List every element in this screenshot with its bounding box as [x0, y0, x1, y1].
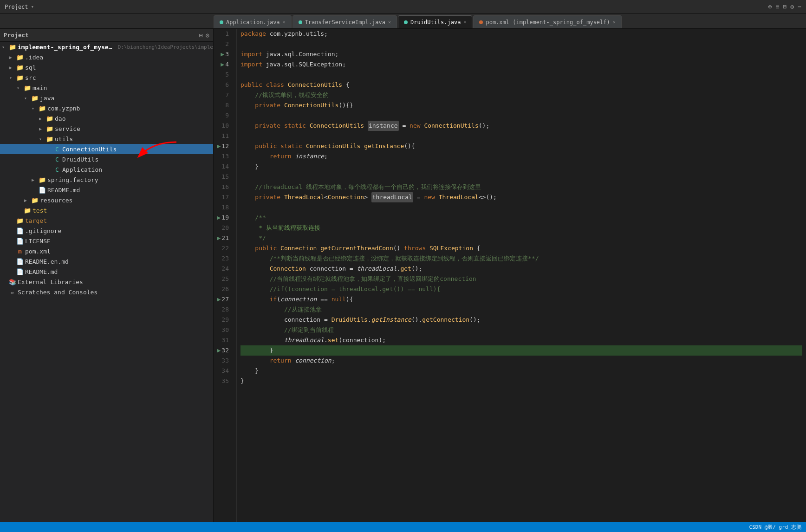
tree-druidutils[interactable]: C DruidUtils — [0, 154, 213, 164]
tree-scratches[interactable]: ✏ Scratches and Consoles — [0, 287, 213, 297]
tree-extlibs[interactable]: 📚 External Libraries — [0, 277, 213, 287]
tree-arrow-resources: ▶ — [24, 198, 31, 203]
tree-dao[interactable]: ▶ 📁 dao — [0, 113, 213, 123]
tree-sql[interactable]: ▶ 📁 sql — [0, 62, 213, 72]
line-num-15: 15 — [214, 172, 233, 182]
add-icon[interactable]: ⊕ — [768, 3, 772, 10]
md-icon-readmeenmd: 📄 — [16, 258, 24, 265]
code-line-11 — [240, 131, 802, 141]
tree-utils[interactable]: ▾ 📁 utils — [0, 134, 213, 144]
tree-connectionutils[interactable]: C ConnectionUtils — [0, 144, 213, 154]
tree-root[interactable]: ▾ 📁 implement-_spring_of_myself D:\bianc… — [0, 42, 213, 52]
tab-pom[interactable]: pom.xml (implement-_spring_of_myself) ✕ — [473, 15, 621, 28]
code-content[interactable]: package com.yzpnb.utils; import java.sql… — [237, 29, 806, 522]
folder-icon-test: 📁 — [23, 207, 32, 214]
collapse-all-icon[interactable]: ⊟ — [199, 32, 202, 39]
dropdown-arrow[interactable]: ▾ — [31, 4, 34, 10]
tab-label-transfer: TransferServiceImpl.java — [305, 19, 385, 26]
tab-transfer[interactable]: TransferServiceImpl.java ✕ — [292, 15, 397, 28]
code-line-26: //if((connection = threadLocal.get()) ==… — [240, 284, 802, 294]
tree-label-license: LICENSE — [24, 238, 213, 245]
tree-comyzpnb[interactable]: ▾ 📁 com.yzpnb — [0, 103, 213, 113]
folder-icon-root: 📁 — [8, 44, 17, 51]
tree-label-application: Application — [61, 166, 213, 173]
line-num-24: 24 — [214, 264, 233, 274]
tree-label-src: src — [24, 74, 213, 81]
code-line-2 — [240, 39, 802, 49]
tree-label-gitignore: .gitignore — [24, 227, 213, 234]
java-icon-druidutils: C — [53, 156, 61, 163]
tree-resources[interactable]: ▶ 📁 resources — [0, 195, 213, 205]
tab-close-druid[interactable]: ✕ — [463, 19, 466, 25]
tree-service[interactable]: ▶ 📁 service — [0, 123, 213, 134]
tab-close-pom[interactable]: ✕ — [613, 19, 616, 25]
tree-pomxml[interactable]: m pom.xml — [0, 246, 213, 256]
tree-label-idea: .idea — [24, 54, 213, 61]
tree-springfactory[interactable]: ▶ 📁 spring.factory — [0, 175, 213, 185]
code-line-24: Connection connection = threadLocal.get(… — [240, 264, 802, 274]
tree-arrow-utils: ▾ — [39, 136, 46, 142]
filter-icon[interactable]: ⊟ — [783, 3, 787, 10]
tree: ▾ 📁 implement-_spring_of_myself D:\bianc… — [0, 42, 213, 297]
tree-java[interactable]: ▾ 📁 java — [0, 93, 213, 103]
tree-readmemd-main[interactable]: 📄 README.md — [0, 185, 213, 195]
code-line-28: //从连接池拿 — [240, 305, 802, 315]
code-line-3: import java.sql.Connection; — [240, 49, 802, 59]
tree-label-root: implement-_spring_of_myself — [17, 44, 115, 51]
tree-label-sql: sql — [24, 64, 213, 71]
code-line-1: package com.yzpnb.utils; — [240, 29, 802, 39]
code-line-20: * 从当前线程获取连接 — [240, 223, 802, 233]
tree-label-dao: dao — [54, 115, 213, 122]
title-bar-left: Project ▾ — [5, 4, 34, 10]
tree-readmeenmd[interactable]: 📄 README.en.md — [0, 256, 213, 266]
tab-close-application[interactable]: ✕ — [283, 19, 286, 25]
code-line-7: //饿汉式单例，线程安全的 — [240, 90, 802, 100]
line-num-3: ▶3 — [214, 49, 233, 59]
tree-arrow-springfactory: ▶ — [32, 177, 38, 182]
settings-icon[interactable]: ⚙ — [206, 32, 209, 39]
file-icon-gitignore: 📄 — [16, 227, 24, 234]
title-bar-actions: ⊕ ≡ ⊟ ⚙ − — [768, 3, 801, 10]
tab-application[interactable]: Application.java ✕ — [214, 15, 292, 28]
tree-label-springfactory: spring.factory — [46, 176, 213, 183]
tree-arrow-root: ▾ — [2, 45, 8, 50]
tree-label-comyzpnb: com.yzpnb — [46, 105, 213, 112]
settings-list-icon[interactable]: ≡ — [776, 3, 780, 10]
line-num-1: 1 — [214, 29, 233, 39]
line-num-33: 33 — [214, 356, 233, 366]
tree-label-readmemd-main: README.md — [46, 187, 213, 194]
tree-readmemd-root[interactable]: 📄 README.md — [0, 266, 213, 277]
code-line-33: return connection; — [240, 356, 802, 366]
tree-label-main: main — [32, 84, 213, 91]
tree-main[interactable]: ▾ 📁 main — [0, 83, 213, 93]
line-num-23: 23 — [214, 253, 233, 264]
scratches-icon: ✏ — [8, 289, 17, 296]
tab-label-druid: DruidUtils.java — [410, 19, 461, 26]
tree-application[interactable]: C Application — [0, 164, 213, 175]
tree-target[interactable]: 📁 target — [0, 215, 213, 226]
tab-label-application: Application.java — [226, 19, 280, 26]
tree-arrow-src: ▾ — [9, 75, 16, 80]
tree-label-readmemd-root: README.md — [24, 268, 213, 275]
line-num-35: 35 — [214, 376, 233, 386]
tab-druid[interactable]: DruidUtils.java ✕ — [398, 15, 472, 28]
tree-src[interactable]: ▾ 📁 src — [0, 72, 213, 83]
gear-icon[interactable]: ⚙ — [790, 3, 794, 10]
line-num-21: ▶21 — [214, 233, 233, 243]
tree-idea[interactable]: ▶ 📁 .idea — [0, 52, 213, 62]
code-line-25: //当前线程没有绑定就线程池拿，如果绑定了，直接返回绑定的connection — [240, 274, 802, 284]
code-line-9 — [240, 110, 802, 121]
tree-test[interactable]: 📁 test — [0, 205, 213, 215]
line-numbers: 1 2 ▶3 ▶4 5 6 7 8 9 10 11 ▶12 13 14 15 1… — [214, 29, 237, 522]
editor-area: 1 2 ▶3 ▶4 5 6 7 8 9 10 11 ▶12 13 14 15 1… — [214, 29, 806, 522]
sidebar-title: Project — [4, 32, 29, 39]
sidebar: Project ⊟ ⚙ ▾ 📁 implement-_spring_of_mys… — [0, 29, 214, 522]
line-num-16: 16 — [214, 182, 233, 192]
line-num-6: 6 — [214, 80, 233, 90]
tree-license[interactable]: 📄 LICENSE — [0, 236, 213, 246]
minimize-icon[interactable]: − — [798, 3, 801, 10]
code-line-21: */ — [240, 233, 802, 243]
tree-gitignore[interactable]: 📄 .gitignore — [0, 226, 213, 236]
tab-close-transfer[interactable]: ✕ — [388, 19, 391, 25]
md-icon-readmemd-main: 📄 — [38, 187, 46, 194]
